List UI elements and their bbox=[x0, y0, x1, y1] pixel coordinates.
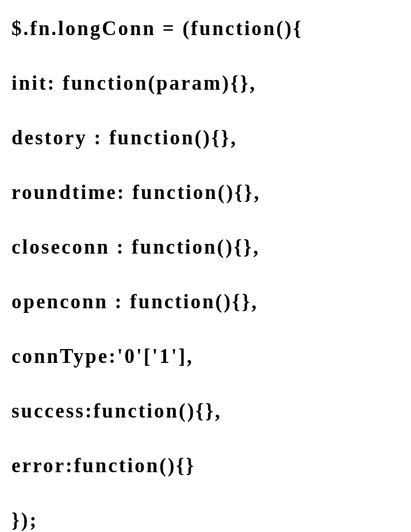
code-line: init: function(param){}, bbox=[11, 72, 400, 95]
code-line: openconn : function(){}, bbox=[11, 290, 400, 313]
code-line: error:function(){} bbox=[11, 454, 400, 477]
code-line: $.fn.longConn = (function(){ bbox=[11, 17, 400, 40]
code-line: destory : function(){}, bbox=[11, 127, 400, 150]
code-line: roundtime: function(){}, bbox=[11, 181, 400, 204]
code-line: success:function(){}, bbox=[11, 400, 400, 423]
code-line: closeconn : function(){}, bbox=[11, 236, 400, 259]
code-line: }); bbox=[11, 509, 400, 532]
code-block: $.fn.longConn = (function(){ init: funct… bbox=[11, 17, 400, 532]
code-line: connType:'0'['1'], bbox=[11, 345, 400, 368]
